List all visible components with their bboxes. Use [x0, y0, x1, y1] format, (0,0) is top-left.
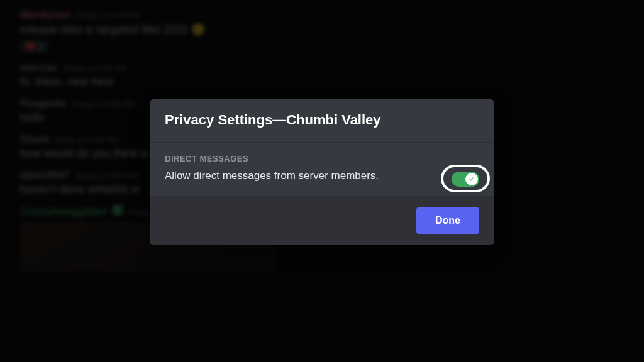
- done-button[interactable]: Done: [416, 207, 479, 234]
- privacy-settings-modal: Privacy Settings—Chumbi Valley DIRECT ME…: [150, 99, 494, 245]
- allow-dm-description: Allow direct messages from server member…: [165, 170, 479, 182]
- modal-footer: Done: [150, 196, 494, 245]
- modal-header: Privacy Settings—Chumbi Valley: [150, 99, 494, 142]
- direct-messages-section: DIRECT MESSAGES Allow direct messages fr…: [150, 142, 494, 196]
- modal-title: Privacy Settings—Chumbi Valley: [165, 112, 479, 128]
- check-icon: [468, 175, 475, 183]
- toggle-knob: [465, 173, 478, 185]
- section-label: DIRECT MESSAGES: [165, 154, 479, 163]
- allow-dm-toggle[interactable]: [452, 172, 479, 187]
- toggle-container: [452, 172, 479, 187]
